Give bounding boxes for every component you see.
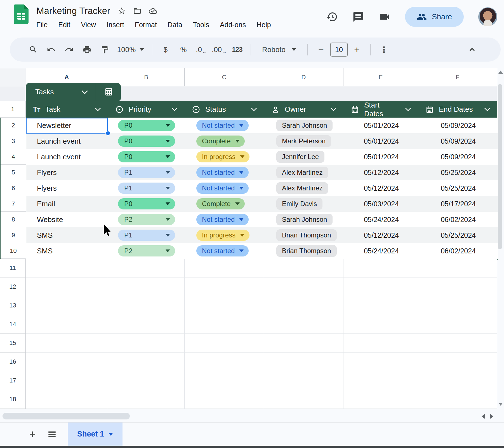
- row-header-3[interactable]: 3: [1, 133, 26, 149]
- priority-chip[interactable]: P2: [109, 243, 185, 259]
- priority-chip[interactable]: P2: [109, 212, 185, 227]
- empty-cell[interactable]: [264, 334, 343, 353]
- empty-cell[interactable]: [26, 259, 108, 277]
- number-format-button[interactable]: 123: [228, 41, 246, 58]
- cell-end-date[interactable]: 05/09/2024: [419, 149, 498, 165]
- empty-cell[interactable]: [26, 390, 108, 409]
- cell-start-date[interactable]: 05/12/2024: [344, 165, 419, 180]
- print-icon[interactable]: [78, 41, 96, 58]
- add-sheet-icon[interactable]: [26, 428, 39, 441]
- cell-start-date[interactable]: 05/12/2024: [344, 227, 419, 243]
- menu-data[interactable]: Data: [168, 21, 182, 29]
- priority-chip[interactable]: P0: [109, 149, 185, 165]
- empty-cell[interactable]: [26, 353, 108, 371]
- priority-chip[interactable]: P1: [109, 180, 185, 196]
- cell-end-date[interactable]: 05/25/2024: [419, 180, 498, 196]
- empty-cell[interactable]: [26, 315, 108, 334]
- row-header-14[interactable]: 14: [0, 315, 26, 334]
- priority-chip[interactable]: P0: [109, 133, 185, 149]
- row-header-4[interactable]: 4: [1, 149, 26, 165]
- empty-cell[interactable]: [185, 371, 264, 390]
- table-header-status[interactable]: Status: [185, 101, 264, 118]
- status-dropdown[interactable]: Complete: [196, 136, 245, 147]
- cell-task[interactable]: Flyers: [26, 165, 109, 180]
- menu-insert[interactable]: Insert: [107, 21, 124, 29]
- empty-cell[interactable]: [418, 315, 497, 334]
- empty-cell[interactable]: [185, 334, 264, 353]
- empty-cell[interactable]: [185, 390, 264, 409]
- status-dropdown[interactable]: In progress: [196, 151, 249, 162]
- sheets-logo-icon[interactable]: [14, 4, 29, 24]
- comment-icon[interactable]: [352, 11, 364, 23]
- owner-chip[interactable]: Brian Thompson: [265, 243, 344, 259]
- cell-end-date[interactable]: 05/25/2024: [419, 227, 498, 243]
- menu-view[interactable]: View: [81, 21, 96, 29]
- priority-chip[interactable]: P0: [109, 196, 185, 212]
- row-header-10[interactable]: 10: [1, 243, 26, 259]
- status-dropdown[interactable]: In progress: [196, 230, 249, 241]
- table-header-start-dates[interactable]: Start Dates: [343, 101, 418, 118]
- font-family-control[interactable]: Roboto: [255, 41, 303, 58]
- priority-dropdown[interactable]: P0: [118, 198, 175, 209]
- empty-cell[interactable]: [264, 390, 343, 409]
- empty-cell[interactable]: [418, 259, 497, 277]
- priority-chip[interactable]: P1: [109, 227, 185, 243]
- empty-cell[interactable]: [264, 277, 343, 296]
- status-dropdown[interactable]: Not started: [196, 120, 249, 131]
- status-dropdown[interactable]: Not started: [196, 167, 249, 178]
- status-dropdown[interactable]: Not started: [196, 183, 249, 194]
- table-header-priority[interactable]: Priority: [108, 101, 185, 118]
- grid-corner-cell[interactable]: [0, 68, 26, 86]
- empty-cell[interactable]: [26, 371, 108, 390]
- empty-cell[interactable]: [343, 371, 418, 390]
- priority-dropdown[interactable]: P0: [118, 151, 175, 162]
- cell-task[interactable]: SMS: [26, 243, 109, 259]
- undo-icon[interactable]: [42, 41, 60, 58]
- row-header-7[interactable]: 7: [1, 196, 26, 212]
- empty-cell[interactable]: [26, 277, 108, 296]
- font-size-field[interactable]: 10: [330, 43, 348, 57]
- cell-start-date[interactable]: 05/03/2024: [344, 196, 419, 212]
- status-chip[interactable]: In progress: [185, 149, 265, 165]
- empty-cell[interactable]: [418, 296, 497, 315]
- cell-end-date[interactable]: 05/17/2024: [419, 196, 498, 212]
- empty-cell[interactable]: [343, 277, 418, 296]
- empty-cell[interactable]: [185, 259, 264, 277]
- status-chip[interactable]: Not started: [185, 165, 265, 180]
- currency-format-button[interactable]: $: [157, 41, 175, 58]
- empty-cell[interactable]: [264, 371, 343, 390]
- cell-end-date[interactable]: 05/09/2024: [419, 118, 498, 133]
- status-chip[interactable]: Not started: [185, 180, 265, 196]
- column-header-F[interactable]: F: [418, 68, 497, 86]
- empty-cell[interactable]: [418, 390, 497, 409]
- cell-start-date[interactable]: 05/24/2024: [344, 243, 419, 259]
- row-header-17[interactable]: 17: [0, 371, 26, 390]
- cell-start-date[interactable]: 05/12/2024: [344, 180, 419, 196]
- column-header-D[interactable]: D: [264, 68, 343, 86]
- increase-decimal-button[interactable]: .00→: [210, 41, 228, 58]
- row-header-5[interactable]: 5: [1, 165, 26, 180]
- owner-chip[interactable]: Alex Martinez: [265, 165, 344, 180]
- version-history-icon[interactable]: [326, 11, 338, 23]
- owner-chip[interactable]: Emily Davis: [265, 196, 344, 212]
- decrease-decimal-button[interactable]: .0←: [192, 41, 210, 58]
- table-chip-menu[interactable]: Tasks: [26, 83, 96, 101]
- empty-cell[interactable]: [343, 315, 418, 334]
- vertical-scrollbar[interactable]: [498, 84, 502, 249]
- cell-start-date[interactable]: 05/24/2024: [344, 212, 419, 227]
- horizontal-scrollbar[interactable]: [3, 413, 130, 419]
- cell-end-date[interactable]: 05/09/2024: [419, 133, 498, 149]
- status-chip[interactable]: Not started: [185, 212, 265, 227]
- cell-task[interactable]: Website: [26, 212, 109, 227]
- user-avatar[interactable]: [478, 7, 497, 26]
- status-chip[interactable]: Complete: [185, 196, 265, 212]
- sheet-tab-active[interactable]: Sheet 1: [68, 423, 123, 446]
- empty-cell[interactable]: [418, 277, 497, 296]
- empty-cell[interactable]: [264, 296, 343, 315]
- column-header-E[interactable]: E: [343, 68, 418, 86]
- row-header-1[interactable]: 1: [0, 101, 26, 118]
- search-icon[interactable]: [24, 41, 42, 58]
- more-options-icon[interactable]: ⋮: [375, 41, 393, 58]
- empty-cell[interactable]: [108, 296, 185, 315]
- row-header-9[interactable]: 9: [1, 227, 26, 243]
